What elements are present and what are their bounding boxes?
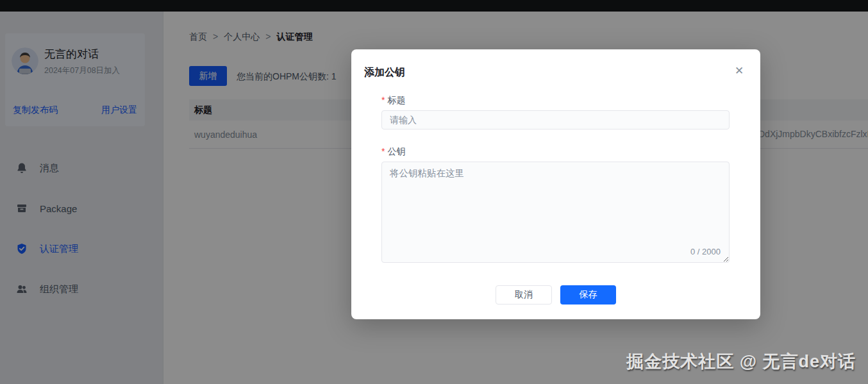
save-button[interactable]: 保存 (560, 285, 616, 305)
modal-footer: 取消 保存 (351, 285, 760, 305)
screen: 无言的对话 2024年07月08日加入 复制发布码 用户设置 消息 (0, 0, 868, 384)
public-key-field-label: *公钥 (381, 146, 405, 158)
title-input[interactable] (381, 110, 730, 129)
title-field-label-text: 标题 (387, 95, 405, 105)
cancel-button[interactable]: 取消 (496, 285, 552, 305)
watermark: 掘金技术社区 @ 无言de对话 (626, 350, 856, 373)
public-key-textarea-wrap: 0 / 2000 (381, 162, 730, 263)
public-key-field-label-text: 公钥 (387, 146, 405, 156)
close-icon[interactable]: ✕ (732, 64, 746, 78)
required-asterisk: * (381, 146, 385, 156)
title-field-label: *标题 (381, 95, 405, 106)
modal-title: 添加公钥 (364, 66, 405, 79)
add-public-key-modal: 添加公钥 ✕ *标题 *公钥 0 / 2000 取消 保存 (351, 49, 760, 319)
required-asterisk: * (381, 95, 385, 105)
public-key-textarea[interactable] (381, 162, 730, 263)
